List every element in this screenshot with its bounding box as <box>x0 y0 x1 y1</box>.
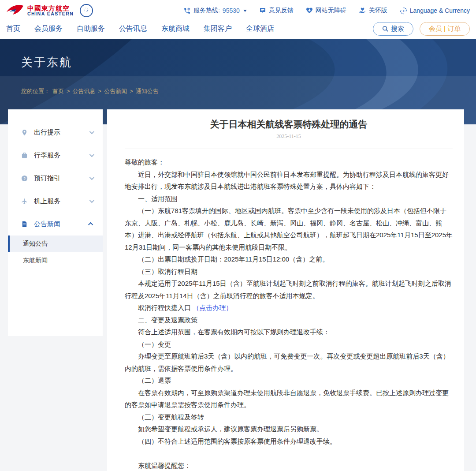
divider <box>125 149 453 149</box>
skyteam-logo <box>80 4 93 17</box>
article-paragraph <box>125 447 453 460</box>
crumb-home[interactable]: 首页 <box>52 87 64 95</box>
article-paragraph: （三）变更航程及签转 <box>125 411 453 423</box>
heart-icon <box>306 7 313 14</box>
article-paragraph: 符合上述适用范围，在客票有效期内可按以下规则办理退改手续： <box>125 326 453 338</box>
chevron-down-icon <box>89 175 94 180</box>
svg-text:?: ? <box>23 176 26 180</box>
site-header: 中國東方航空 CHINA EASTERN 24 服务热线: 95530 <box>0 0 476 39</box>
search-icon <box>382 26 388 32</box>
article-paragraph: 近日，外交部和中国驻日本使领馆就中国公民前往日本发布郑重提醒。为协助行程涉及日本… <box>125 168 453 193</box>
service-hotline[interactable]: 24 服务热线: 95530 <box>183 7 247 15</box>
nav-home[interactable]: 首页 <box>6 24 20 34</box>
main-nav: 首页 会员服务 自助服务 公告讯息 东航商城 集团客户 全球酒店 <box>6 24 274 34</box>
nav-member-services[interactable]: 会员服务 <box>34 24 63 34</box>
feedback-label: 意见反馈 <box>269 7 294 15</box>
chevron-down-icon <box>89 198 94 203</box>
nav-announcements[interactable]: 公告讯息 <box>119 24 147 34</box>
nav-self-services[interactable]: 自助服务 <box>77 24 105 34</box>
phone-24-icon: 24 <box>183 7 191 15</box>
sidebar-item-travel-tips[interactable]: 出行提示 <box>8 121 103 144</box>
swallow-icon <box>6 4 24 18</box>
language-currency[interactable]: ¥ Language & Currency <box>400 7 470 15</box>
article-paragraph: 如您希望变更航程或承运人，建议原客票办理退票后另购新票。 <box>125 423 453 435</box>
logo-cn-text: 中國東方航空 <box>27 5 74 12</box>
article-paragraph: 取消行程快捷入口 （点击办理） <box>125 302 453 314</box>
article-paragraph: 在客票有效期内，可至原购票渠道办理未使用航段非自愿退票，免收退票手续费。已按上述… <box>125 387 453 411</box>
logo-en-text: CHINA EASTERN <box>27 11 74 16</box>
document-icon <box>21 221 28 228</box>
chevron-down-icon <box>89 129 94 134</box>
china-eastern-logo[interactable]: 中國東方航空 CHINA EASTERN <box>6 4 93 18</box>
sidebar-subitem-label: 通知公告 <box>23 240 48 248</box>
search-button[interactable]: 搜索 <box>373 22 413 36</box>
article-paragraph: 办理变更至原航班前后3天（含）以内的航班，可免费变更一次。再次变更或变更超出原航… <box>125 350 453 374</box>
sidebar-item-label: 机上服务 <box>34 197 60 206</box>
accessibility-link[interactable]: 网站无障碍 <box>306 7 346 15</box>
sidebar-item-label: 预订指引 <box>34 174 60 183</box>
sidebar-subitem-label: 东航新闻 <box>23 257 48 265</box>
article-date: 2025-11-15 <box>125 133 453 140</box>
article-paragraph: （三）取消行程日期 <box>125 265 453 278</box>
article-paragraph: 东航温馨提醒您： <box>125 460 453 471</box>
article-panel: 关于日本相关航线客票特殊处理的通告 2025-11-15 尊敬的旅客： 近日，外… <box>107 109 464 471</box>
hand-heart-icon <box>359 7 366 14</box>
member-orders-label: 会员 | 订单 <box>429 25 461 33</box>
svg-text:¥: ¥ <box>402 9 405 13</box>
hotline-number: 95530 <box>223 7 240 14</box>
article-paragraph: （二）出票日期或换开日期：2025年11月15日12:00（含）之前。 <box>125 253 453 265</box>
hotline-label: 服务热线: <box>193 7 220 15</box>
sidebar-item-label: 行李服务 <box>34 151 60 160</box>
crumb-announcements[interactable]: 公告讯息 <box>67 87 96 95</box>
nav-hotels[interactable]: 全球酒店 <box>246 24 274 34</box>
chevron-down-icon <box>243 10 247 12</box>
article-paragraph: 尊敬的旅客： <box>125 156 453 168</box>
nav-corporate[interactable]: 集团客户 <box>204 24 232 34</box>
sidebar: 出行提示 行李服务 ? 预订指引 机上服务 <box>8 109 103 336</box>
sidebar-item-booking-guide[interactable]: ? 预订指引 <box>8 167 103 190</box>
crumb-news[interactable]: 公告新闻 <box>98 87 127 95</box>
article-paragraph: 一、适用范围 <box>125 193 453 205</box>
inline-link-click-to-handle[interactable]: （点击办理） <box>193 304 232 311</box>
search-label: 搜索 <box>391 25 404 33</box>
nav-mall[interactable]: 东航商城 <box>161 24 190 34</box>
crumb-notices[interactable]: 通知公告 <box>130 87 159 95</box>
article-paragraph: 二、变更及退票政策 <box>125 314 453 326</box>
member-orders-button[interactable]: 会员 | 订单 <box>420 22 470 36</box>
pin-icon <box>21 129 28 136</box>
sidebar-item-announcements[interactable]: 公告新闻 <box>8 213 103 236</box>
feedback-link[interactable]: 意见反馈 <box>259 7 294 15</box>
feedback-icon <box>259 7 266 14</box>
article-paragraph: 本规定适用于2025年11月15日（含）至航班计划起飞时刻之前取消行程的旅客。航… <box>125 277 453 302</box>
language-currency-icon: ¥ <box>400 7 407 15</box>
sidebar-item-label: 出行提示 <box>34 128 60 137</box>
sidebar-subitem-news[interactable]: 东航新闻 <box>8 252 103 269</box>
chevron-up-icon <box>88 222 93 227</box>
article-title: 关于日本相关航线客票特殊处理的通告 <box>125 118 453 131</box>
question-circle-icon: ? <box>21 175 28 182</box>
sidebar-subitem-notices[interactable]: 通知公告 <box>8 236 103 252</box>
chevron-down-icon <box>89 152 94 157</box>
article-paragraph: （四）不符合上述适用范围的客票按原客票使用条件办理退改手续。 <box>125 435 453 448</box>
plane-icon <box>21 198 28 205</box>
sidebar-item-inflight[interactable]: 机上服务 <box>8 190 103 213</box>
article-paragraph: （二）退票 <box>125 374 453 387</box>
care-version-label: 关怀版 <box>369 7 387 15</box>
breadcrumb: 您的位置： 首页 公告讯息 公告新闻 通知公告 <box>21 87 455 95</box>
care-version-link[interactable]: 关怀版 <box>359 7 387 15</box>
luggage-icon <box>21 152 28 159</box>
breadcrumb-prefix: 您的位置： <box>21 87 50 95</box>
sidebar-item-label: 公告新闻 <box>34 220 60 228</box>
language-currency-label: Language & Currency <box>410 7 470 14</box>
accessibility-label: 网站无障碍 <box>316 7 346 15</box>
page-title: 关于东航 <box>21 55 72 70</box>
article-body: 尊敬的旅客： 近日，外交部和中国驻日本使领馆就中国公民前往日本发布郑重提醒。为协… <box>125 156 453 471</box>
article-paragraph: （一）变更 <box>125 338 453 351</box>
sidebar-item-baggage[interactable]: 行李服务 <box>8 144 103 167</box>
article-paragraph: （一）东航781客票填开的国际、地区或国内航班。客票中至少含有一段未使用的涉及日… <box>125 205 453 253</box>
